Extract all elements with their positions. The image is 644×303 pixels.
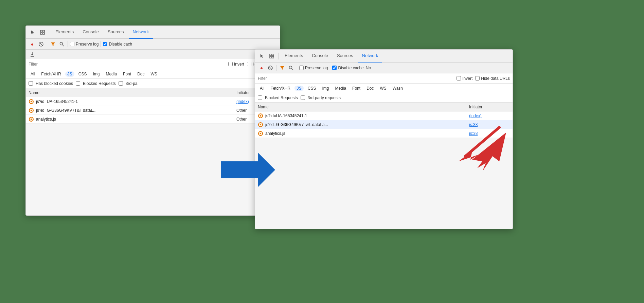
table-body-1: js?id=UA-165345241-1 (index) js?id=G-G36… [26,97,280,124]
svg-point-16 [289,66,292,69]
filter-bar-1: Invert Hide data UR [26,59,280,69]
type-fetchxhr-2[interactable]: Fetch/XHR [268,86,292,91]
type-css-1[interactable]: CSS [76,71,89,77]
tab-elements-1[interactable]: Elements [51,26,78,39]
hide-data-checkbox-1[interactable] [247,62,251,66]
third-party-checkbox-2[interactable] [301,95,305,100]
type-ws-2[interactable]: WS [378,86,388,91]
table-row-1-3[interactable]: analytics.js Other [26,115,280,124]
preserve-log-checkbox-2[interactable] [299,66,304,70]
svg-rect-2 [40,33,42,34]
disable-cache-label-1: Disable cach [109,42,132,47]
tab-network-1[interactable]: Network [129,26,153,39]
tab-bar-2: Elements Console Sources Network [255,50,513,63]
type-ws-1[interactable]: WS [148,71,159,77]
svg-rect-11 [272,54,274,56]
type-css-2[interactable]: CSS [306,86,318,91]
svg-rect-10 [270,54,271,56]
type-font-1[interactable]: Font [121,71,133,77]
type-img-2[interactable]: Img [320,86,331,91]
inspect-icon[interactable] [38,28,47,37]
svg-rect-3 [43,33,44,34]
row-name-2-3: analytics.js [265,131,469,136]
table-row-1-1[interactable]: js?id=UA-165345241-1 (index) [26,97,280,106]
filter-button-1[interactable] [49,40,57,48]
tab-sources-1[interactable]: Sources [104,26,128,39]
has-blocked-label-1: Has blocked cookies [36,81,73,86]
clear-button-2[interactable] [267,64,274,72]
has-blocked-checkbox-1[interactable] [29,81,33,86]
row-initiator-2-3: js:38 [469,131,510,136]
type-media-1[interactable]: Media [104,71,119,77]
third-party-label-1: 3rd-pa [126,81,138,86]
type-js-1[interactable]: JS [65,71,74,77]
row-initiator-2-1: (index) [469,113,510,118]
third-party-label-2: 3rd-party requests [308,95,341,100]
svg-rect-0 [40,30,42,32]
table-row-1-2[interactable]: js?id=G-G36G49KV7T&l=dataL... Other [26,106,280,115]
type-media-2[interactable]: Media [333,86,348,91]
table-row-2-2[interactable]: js?id=G-G36G49KV7T&l=dataLa... js:38 [255,120,513,129]
tab-divider [49,29,49,36]
tab-elements-2[interactable]: Elements [281,50,307,63]
hide-data-checkbox-2[interactable] [475,76,480,81]
table-row-2-3[interactable]: analytics.js js:38 [255,129,513,138]
table-row-2-1[interactable]: js?id=UA-165345241-1 (index) [255,111,513,120]
record-button-2[interactable]: ● [258,64,265,72]
blocked-row-1: Has blocked cookies Blocked Requests 3rd… [26,79,280,88]
type-js-2[interactable]: JS [294,86,304,91]
preserve-log-checkbox-1[interactable] [70,42,74,46]
search-button-2[interactable] [287,64,295,72]
col-name-header-1: Name [29,90,236,95]
search-button-1[interactable] [58,40,66,48]
toolbar2-1 [26,50,280,59]
row-name-2-1: js?id=UA-165345241-1 [265,113,469,118]
disable-cache-label-2: Disable cache [338,66,363,70]
cursor-icon[interactable] [29,28,37,37]
svg-rect-13 [272,56,274,58]
toolbar-divider-6 [330,65,330,71]
svg-line-17 [292,69,293,70]
svg-line-5 [40,43,42,46]
clear-button-1[interactable] [37,40,45,48]
type-wasn-2[interactable]: Wasn [391,86,405,91]
tab-console-2[interactable]: Console [308,50,332,63]
record-button-1[interactable]: ● [29,40,36,48]
invert-checkbox-1[interactable] [228,62,233,66]
type-filter-1: All Fetch/XHR JS CSS Img Media Font Doc … [26,69,280,79]
blocked-row-2: Blocked Requests 3rd-party requests [255,93,513,103]
blocked-requests-checkbox-1[interactable] [76,81,80,86]
type-all-1[interactable]: All [29,71,37,77]
toolbar-1: ● Preserve log Disable cach [26,39,280,50]
disable-cache-group-2: Disable cache [332,66,363,70]
disable-cache-checkbox-1[interactable] [103,42,107,46]
inspect-icon-2[interactable] [267,52,276,60]
disable-cache-checkbox-2[interactable] [332,66,337,70]
invert-group-2: Invert [457,76,472,81]
table-body-2: js?id=UA-165345241-1 (index) js?id=G-G36… [255,111,513,138]
filter-button-2[interactable] [279,64,286,72]
type-font-2[interactable]: Font [350,86,362,91]
row-name-1-3: analytics.js [36,117,236,122]
preserve-log-group-2: Preserve log [299,66,328,70]
invert-label-2: Invert [462,76,472,81]
tab-bar-1: Elements Console Sources Network [26,26,280,39]
invert-label-1: Invert [234,62,244,67]
svg-point-6 [60,42,63,45]
type-fetchxhr-1[interactable]: Fetch/XHR [39,71,63,77]
invert-checkbox-2[interactable] [457,76,461,81]
type-doc-2[interactable]: Doc [364,86,376,91]
download-button-1[interactable] [29,51,36,58]
type-doc-1[interactable]: Doc [135,71,146,77]
type-img-1[interactable]: Img [91,71,102,77]
tab-console-1[interactable]: Console [78,26,103,39]
cursor-icon-2[interactable] [258,52,267,60]
type-all-2[interactable]: All [258,86,266,91]
third-party-checkbox-1[interactable] [119,81,123,86]
filter-input-2[interactable] [258,76,454,81]
blocked-requests-checkbox-2[interactable] [258,95,262,100]
filter-input-1[interactable] [29,62,226,67]
row-name-1-2: js?id=G-G36G49KV7T&l=dataL... [36,108,236,113]
tab-sources-2[interactable]: Sources [333,50,357,63]
tab-network-2[interactable]: Network [358,50,382,63]
